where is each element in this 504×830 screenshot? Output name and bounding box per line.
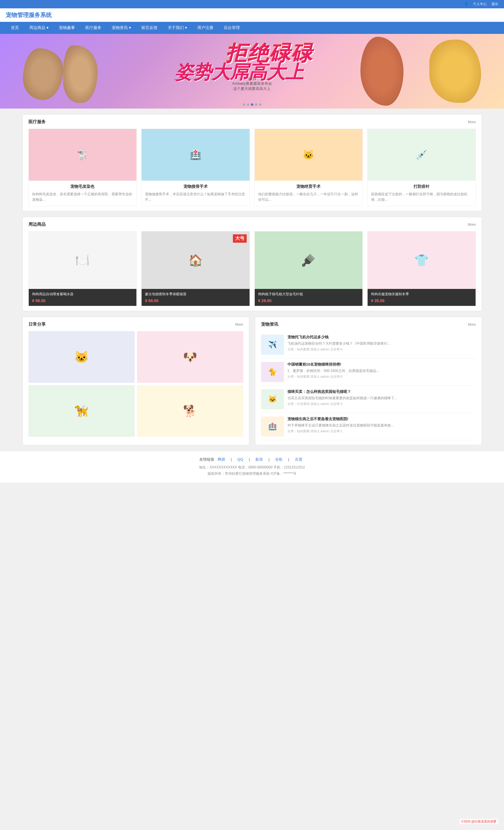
news-img-1: 🐈 <box>261 362 284 382</box>
footer-link-网易[interactable]: 网易 <box>218 457 225 461</box>
banner-year: 2014 Ambaby春夏服装发布会 这个夏天就要高高大上 <box>232 77 272 91</box>
medical-card-desc-1: 宠物做接骨手术，术后应该注意些什么？如果是刚做了手术的注意不... <box>145 192 246 202</box>
news-title-1: 中国销量前10名宠物猫咪排排榜! <box>287 362 379 367</box>
medical-card-3[interactable]: 💉 打防疫针 疫苗都应皮下注射的，一般都打在脖子根，因为那根的皮比较松弛，比较.… <box>367 129 476 206</box>
product-price-0: ¥ 58.00 <box>32 298 133 303</box>
nav-item-about[interactable]: 关于我们 ▾ <box>162 22 192 34</box>
nav-item-home[interactable]: 首页 <box>6 22 24 34</box>
product-title-3: 狗狗衣服宠物衣服秋冬季 <box>371 292 472 297</box>
news-meta-1: 分类：站内新闻 添加人:admin 点击率:0 <box>287 375 379 379</box>
medical-img-0: 🐩 <box>29 129 137 181</box>
daily-img-2[interactable]: 🦮 <box>28 385 135 437</box>
daily-img-3[interactable]: 🐕 <box>137 385 243 437</box>
medical-card-1[interactable]: 🏥 宠物接骨手术 宠物做接骨手术，术后应该注意些什么？如果是刚做了手术的注意不.… <box>141 129 250 206</box>
news-content-3: 宠物猫生病之后不要急着去宠物医院! 对于养猫咪手主说只要猫咪生病之后及时送往宠物… <box>287 416 394 437</box>
daily-img-1[interactable]: 🐶 <box>137 331 243 383</box>
news-more-link[interactable]: More <box>468 322 476 326</box>
user-center-link[interactable]: 个人中心 <box>473 2 487 7</box>
footer-address: 地址：XXXXXXXXXXXX 电话：0000-00000000 手机：1231… <box>6 465 498 471</box>
news-img-3: 🏥 <box>261 416 284 437</box>
header: 宠物管理服务系统 <box>0 8 504 22</box>
medical-card-desc-2: 他们的繁殖能力比较强，一般生好几只，一年还不只生一胎，这样你可以... <box>258 192 359 202</box>
product-card-1[interactable]: 🏠大号 蒙古包猫窝秋冬季保暖猫屋 ¥ 69.00 <box>141 231 250 306</box>
daily-img-0[interactable]: 🐱 <box>28 331 135 383</box>
product-price-1: ¥ 69.00 <box>145 298 246 303</box>
medical-card-title-3: 打防疫针 <box>371 184 472 189</box>
products-section: 周边商品 More 🍽️ 狗狗用品自动喂食窗喝水器 ¥ 58.00 🏠大号 蒙古… <box>22 217 482 311</box>
product-title-2: 狗狗梳子猫毛梳大型金毛针梳 <box>258 292 359 297</box>
medical-card-2[interactable]: 🐱 宠物绝育手术 他们的繁殖能力比较强，一般生好几只，一年还不只生一胎，这样你可… <box>254 129 363 206</box>
news-meta-3: 分类：站内新闻 添加人:admin 点击率:1 <box>287 429 394 434</box>
logout-link[interactable]: 退出 <box>491 2 498 7</box>
medical-card-title-1: 宠物接骨手术 <box>145 184 246 189</box>
news-title-0: 宠物托飞机办托运多少钱 <box>287 334 390 340</box>
medical-img-1: 🏥 <box>141 129 250 181</box>
nav-item-products[interactable]: 周边商品 ▾ <box>24 22 54 34</box>
nav-item-petfun[interactable]: 宠物趣事 <box>54 22 80 34</box>
product-title-1: 蒙古包猫窝秋冬季保暖猫屋 <box>145 292 246 297</box>
daily-section-header: 日常分享 More <box>28 322 243 327</box>
product-img-0: 🍽️ <box>29 231 137 289</box>
banner-pet-center-left <box>63 45 98 103</box>
product-badge-1: 大号 <box>233 234 247 243</box>
banner-dot-2[interactable] <box>247 103 249 106</box>
footer-info: 地址：XXXXXXXXXXXX 电话：0000-00000000 手机：1231… <box>6 465 498 477</box>
product-img-2: 🪮 <box>255 231 363 289</box>
nav-item-register[interactable]: 用户注册 <box>192 22 219 34</box>
news-title-3: 宠物猫生病之后不要急着去宠物医院! <box>287 416 394 422</box>
news-desc-0: 飞机场托运宠物安全吗？大约需要多少钱？《中国民用航空旅客行... <box>287 341 390 346</box>
user-icon: 👤 <box>464 2 468 7</box>
nav-item-medical[interactable]: 医疗服务 <box>80 22 106 34</box>
banner-dot-3[interactable] <box>251 103 253 106</box>
news-title-2: 猫咪买卖：怎么样挑选英国短毛猫呢？ <box>287 389 397 394</box>
news-section-header: 宠物资讯 More <box>261 322 476 327</box>
daily-grid: 🐱🐶🦮🐕 <box>28 331 243 437</box>
footer-copyright: 版权所有：常州好爱它宠物管理服务系统 ICP备：*******号 <box>6 471 498 477</box>
product-title-0: 狗狗用品自动喂食窗喝水器 <box>32 292 133 297</box>
product-img-3: 👕 <box>368 231 476 289</box>
medical-section: 医疗服务 More 🐩 宠物毛发染色 给狗狗毛发染色，首先需要选择一个正规的美容… <box>22 114 482 211</box>
top-bar: 👤 个人中心 退出 <box>0 0 504 8</box>
products-section-title: 周边商品 <box>28 222 46 227</box>
product-card-0[interactable]: 🍽️ 狗狗用品自动喂食窗喝水器 ¥ 58.00 <box>28 231 137 306</box>
nav-item-feedback[interactable]: 留言反馈 <box>136 22 162 34</box>
daily-more-link[interactable]: More <box>235 322 243 326</box>
banner-dot-4[interactable] <box>255 103 257 106</box>
footer-link-新浪[interactable]: 新浪 <box>255 457 263 461</box>
news-item-1[interactable]: 🐈 中国销量前10名宠物猫咪排排榜! 1、暹罗猫，价格区间：500-1500之间… <box>261 358 476 386</box>
news-content-1: 中国销量前10名宠物猫咪排排榜! 1、暹罗猫，价格区间：500-1500之间，此… <box>287 362 379 382</box>
news-item-2[interactable]: 🐱 猫咪买卖：怎么样挑选英国短毛猫呢？ 当买主在买英国短毛猫的时候最重要的就是如… <box>261 386 476 413</box>
products-more-link[interactable]: More <box>468 223 476 227</box>
footer-link-百度[interactable]: 百度 <box>295 457 303 461</box>
medical-section-header: 医疗服务 More <box>28 119 476 125</box>
footer: 友情链接 网易 | QQ | 新浪 | 谷歌 | 百度 地址：XXXXXXXXX… <box>0 451 504 482</box>
main-nav: 首页 周边商品 ▾ 宠物趣事 医疗服务 宠物资讯 ▾ 留言反馈 关于我们 ▾ 用… <box>0 22 504 34</box>
product-card-3[interactable]: 👕 狗狗衣服宠物衣服秋冬季 ¥ 35.00 <box>367 231 476 306</box>
nav-item-news[interactable]: 宠物资讯 ▾ <box>106 22 136 34</box>
medical-img-3: 💉 <box>368 129 476 181</box>
news-img-2: 🐱 <box>261 389 284 409</box>
bottom-row: 日常分享 More 🐱🐶🦮🐕 宠物资讯 More ✈️ 宠物托飞机办托运多少钱 … <box>22 317 482 445</box>
news-item-0[interactable]: ✈️ 宠物托飞机办托运多少钱 飞机场托运宠物安全吗？大约需要多少钱？《中国民用航… <box>261 331 476 358</box>
medical-img-2: 🐱 <box>255 129 363 181</box>
medical-card-0[interactable]: 🐩 宠物毛发染色 给狗狗毛发染色，首先需要选择一个正规的美容院，需要用专业的宠物… <box>28 129 137 206</box>
banner-pet-center <box>360 37 404 106</box>
news-img-0: ✈️ <box>261 334 284 355</box>
banner-dot-5[interactable] <box>259 103 261 106</box>
daily-section: 日常分享 More 🐱🐶🦮🐕 <box>22 317 249 445</box>
banner-dot-1[interactable] <box>243 103 245 106</box>
medical-card-desc-0: 给狗狗毛发染色，首先需要选择一个正规的美容院，需要用专业的宠物染... <box>32 192 133 202</box>
news-item-3[interactable]: 🏥 宠物猫生病之后不要急着去宠物医院! 对于养猫咪手主说只要猫咪生病之后及时送往… <box>261 413 476 440</box>
product-card-2[interactable]: 🪮 狗狗梳子猫毛梳大型金毛针梳 ¥ 29.00 <box>254 231 363 306</box>
medical-more-link[interactable]: More <box>468 120 476 124</box>
footer-link-QQ[interactable]: QQ <box>238 457 243 461</box>
news-content-0: 宠物托飞机办托运多少钱 飞机场托运宠物安全吗？大约需要多少钱？《中国民用航空旅客… <box>287 334 390 355</box>
product-price-2: ¥ 29.00 <box>258 298 359 303</box>
footer-link-谷歌[interactable]: 谷歌 <box>275 457 283 461</box>
banner: 拒绝碌碌 姿势大屌高大上 2014 Ambaby春夏服装发布会 这个夏天就要高高… <box>0 34 504 108</box>
product-price-3: ¥ 35.00 <box>371 298 472 303</box>
nav-item-admin[interactable]: 后台管理 <box>219 22 245 34</box>
news-desc-1: 1、暹罗猫，价格区间：500-1500之间，此类猫是短毛猫品... <box>287 368 379 373</box>
medical-grid: 🐩 宠物毛发染色 给狗狗毛发染色，首先需要选择一个正规的美容院，需要用专业的宠物… <box>28 129 476 206</box>
footer-links: 友情链接 网易 | QQ | 新浪 | 谷歌 | 百度 <box>6 457 498 462</box>
